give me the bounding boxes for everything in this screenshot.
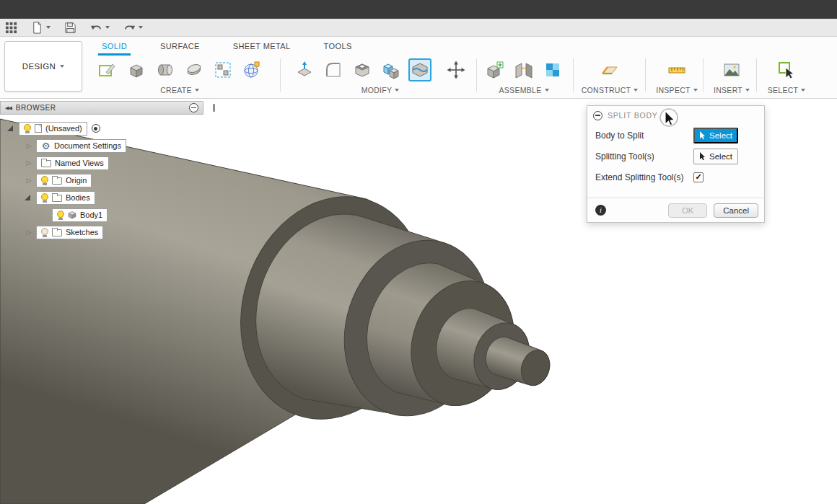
- save-icon[interactable]: [63, 21, 76, 34]
- toolbar-separator: [573, 58, 574, 92]
- ribbon-group-modify: MODIFY: [287, 56, 473, 94]
- extend-checkbox[interactable]: ✓: [693, 172, 704, 182]
- select-tool-icon[interactable]: [775, 58, 798, 81]
- tree-node[interactable]: (Unsaved): [19, 122, 87, 136]
- combine-icon[interactable]: [380, 58, 403, 81]
- expander-closed-icon[interactable]: [25, 176, 33, 185]
- select-button-label: Select: [709, 131, 732, 140]
- split-body-tool-icon[interactable]: [408, 58, 431, 81]
- fillet-icon[interactable]: [322, 58, 345, 81]
- folder-icon: [52, 177, 62, 185]
- panel-resize-handle[interactable]: [213, 104, 215, 112]
- construct-menu[interactable]: CONSTRUCT: [582, 86, 639, 94]
- tree-row-named-views[interactable]: Named Views: [0, 154, 224, 172]
- ribbon-group-create: CREATE: [91, 56, 268, 94]
- splitting-tools-select-button[interactable]: Select: [693, 149, 738, 164]
- sweep-icon[interactable]: [183, 58, 206, 81]
- info-icon[interactable]: [595, 205, 606, 216]
- tree-label: Body1: [80, 211, 102, 219]
- ok-button[interactable]: OK: [668, 203, 707, 218]
- inspect-menu[interactable]: INSPECT: [656, 86, 698, 94]
- expander-open-icon[interactable]: [7, 125, 13, 131]
- tab-tools[interactable]: TOOLS: [322, 38, 354, 56]
- select-menu[interactable]: SELECT: [768, 86, 806, 94]
- create-sketch-icon[interactable]: [96, 58, 119, 81]
- assemble-menu-label: ASSEMBLE: [499, 86, 541, 94]
- undo-icon[interactable]: [89, 21, 102, 34]
- pattern-icon[interactable]: [211, 58, 235, 81]
- capture-position-icon[interactable]: [541, 58, 564, 81]
- splitting-tools-row: Splitting Tool(s) Select: [587, 146, 764, 167]
- browser-tree: (Unsaved) Document Settings Named Views: [0, 120, 224, 241]
- measure-icon[interactable]: [665, 58, 688, 81]
- construct-plane-icon[interactable]: [598, 58, 621, 81]
- expander-closed-icon[interactable]: [25, 228, 33, 236]
- tab-sheet-metal[interactable]: SHEET METAL: [231, 38, 293, 56]
- tree-node[interactable]: Named Views: [36, 156, 109, 170]
- tree-node[interactable]: Bodies: [36, 191, 95, 205]
- tree-node[interactable]: Sketches: [36, 226, 103, 239]
- active-document-icon[interactable]: [92, 124, 100, 133]
- extend-splitting-tools-label: Extend Splitting Tool(s): [595, 172, 693, 182]
- browser-header[interactable]: BROWSER: [0, 101, 203, 115]
- tree-node[interactable]: Body1: [52, 208, 108, 222]
- ribbon-tabs: SOLID SURFACE SHEET METAL TOOLS: [100, 37, 354, 56]
- create-menu-caret-icon: [195, 89, 199, 92]
- redo-caret-icon[interactable]: [139, 26, 143, 29]
- expander-closed-icon[interactable]: [25, 159, 33, 167]
- data-panel-grid-icon[interactable]: [4, 21, 17, 34]
- construct-menu-caret-icon: [634, 89, 638, 92]
- tab-surface[interactable]: SURFACE: [158, 38, 202, 56]
- visibility-bulb-icon[interactable]: [57, 211, 64, 220]
- expander-open-icon[interactable]: [25, 195, 30, 200]
- workspace-label: DESIGN: [22, 62, 56, 71]
- press-pull-icon[interactable]: [293, 58, 316, 81]
- create-menu[interactable]: CREATE: [160, 86, 199, 94]
- extrude-icon[interactable]: [125, 58, 148, 81]
- visibility-bulb-icon[interactable]: [41, 176, 48, 185]
- tree-node[interactable]: Origin: [36, 174, 92, 187]
- tree-label: Bodies: [66, 193, 90, 202]
- visibility-bulb-icon[interactable]: [24, 124, 31, 133]
- undo-caret-icon[interactable]: [105, 26, 110, 29]
- new-component-icon[interactable]: [483, 58, 507, 81]
- visibility-bulb-off-icon[interactable]: [41, 228, 48, 237]
- tree-row-bodies[interactable]: Bodies: [0, 189, 224, 206]
- visibility-bulb-icon[interactable]: [41, 193, 48, 203]
- revolve-icon[interactable]: [154, 58, 177, 81]
- gear-icon: [41, 141, 51, 151]
- browser-panel: BROWSER (Unsaved) Document Settings: [0, 101, 224, 241]
- browser-minimize-icon[interactable]: [189, 103, 198, 112]
- insert-image-icon[interactable]: [720, 58, 743, 81]
- body-to-split-select-button[interactable]: Select: [693, 128, 738, 143]
- tree-label: Origin: [66, 176, 87, 185]
- tree-row-document-settings[interactable]: Document Settings: [0, 137, 224, 154]
- tree-row-sketches[interactable]: Sketches: [0, 224, 224, 241]
- expander-closed-icon[interactable]: [25, 141, 33, 150]
- cancel-button[interactable]: Cancel: [714, 203, 758, 218]
- redo-icon[interactable]: [123, 21, 136, 34]
- dialog-collapse-icon[interactable]: [593, 111, 602, 120]
- file-menu-caret-icon[interactable]: [46, 26, 51, 29]
- shell-icon[interactable]: [351, 58, 374, 81]
- insert-menu[interactable]: INSERT: [714, 86, 750, 94]
- create-menu-label: CREATE: [160, 86, 192, 94]
- toolbar-separator: [476, 58, 477, 92]
- tree-row-body1[interactable]: Body1: [0, 206, 224, 224]
- workspace-switcher[interactable]: DESIGN: [4, 41, 82, 92]
- joint-icon[interactable]: [512, 58, 535, 81]
- collapse-panel-icon[interactable]: [5, 105, 12, 111]
- create-form-sphere-icon[interactable]: [240, 58, 263, 81]
- move-copy-icon[interactable]: [444, 58, 468, 81]
- assemble-menu-caret-icon: [545, 89, 549, 92]
- assemble-menu[interactable]: ASSEMBLE: [499, 86, 548, 94]
- tree-row-document-root[interactable]: (Unsaved): [0, 120, 224, 137]
- file-menu-icon[interactable]: [30, 21, 43, 34]
- tree-node[interactable]: Document Settings: [36, 139, 126, 153]
- tree-row-origin[interactable]: Origin: [0, 172, 224, 189]
- modify-menu[interactable]: MODIFY: [361, 86, 400, 94]
- tab-solid[interactable]: SOLID: [100, 38, 129, 56]
- dialog-footer: OK Cancel: [587, 198, 764, 222]
- folder-icon: [41, 160, 51, 167]
- browser-title: BROWSER: [16, 104, 56, 112]
